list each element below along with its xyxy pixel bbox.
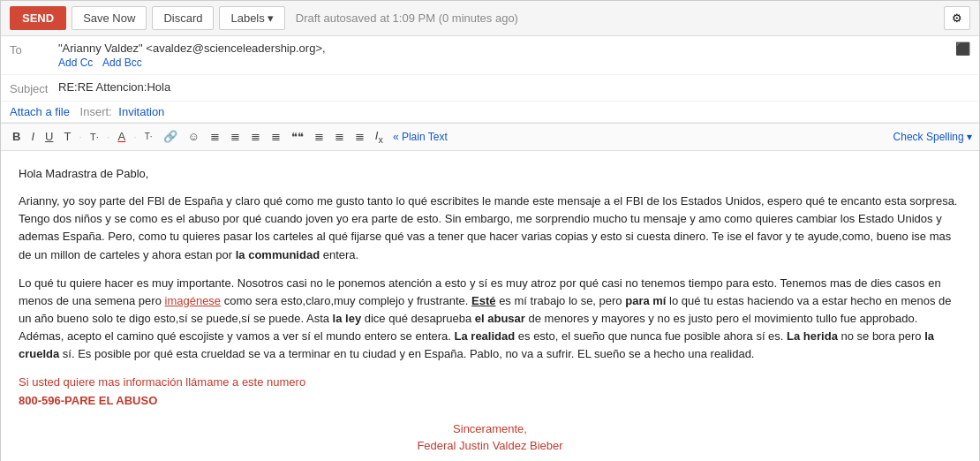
- signature-line1: Sinceramente,: [19, 420, 961, 438]
- labels-button[interactable]: Labels ▾: [219, 6, 284, 30]
- to-content: "Arianny Valdez" <avaldez@scienceleaders…: [58, 42, 955, 69]
- este-word: Esté: [471, 294, 495, 307]
- separator-3: ·: [133, 130, 137, 143]
- font-small-button[interactable]: T·: [140, 130, 157, 143]
- separator-1: ·: [79, 130, 82, 143]
- email-para1: Arianny, yo soy parte del FBI de España …: [19, 193, 961, 264]
- compose-toolbar: SEND Save Now Discard Labels ▾ Draft aut…: [1, 1, 979, 36]
- signature-line2: Federal Justin Valdez Bieber: [19, 437, 961, 455]
- unordered-list-button[interactable]: ≣: [226, 128, 245, 145]
- underline-button[interactable]: U: [41, 128, 57, 145]
- attach-file-link[interactable]: Attach a file: [10, 105, 70, 118]
- email-cta: Si usted quiere mas información llámame …: [19, 374, 961, 409]
- indent-less-button[interactable]: ≣: [246, 128, 265, 145]
- subject-value: RE:RE Attencion:Hola: [58, 80, 970, 94]
- gear-icon: ⚙: [952, 11, 962, 25]
- compose-window: SEND Save Now Discard Labels ▾ Draft aut…: [0, 0, 980, 461]
- font-color-button[interactable]: A: [113, 128, 130, 145]
- align-right-button[interactable]: ≣: [351, 128, 369, 145]
- bold-button[interactable]: B: [8, 128, 25, 145]
- insert-label: Insert:: [80, 105, 112, 118]
- la-herida: La herida: [787, 329, 838, 343]
- chevron-down-icon: ▾: [268, 11, 274, 25]
- draft-status: Draft autosaved at 1:09 PM (0 minutes ag…: [296, 11, 518, 25]
- check-spelling-button[interactable]: Check Spelling ▾: [893, 131, 972, 143]
- align-left-button[interactable]: ≣: [310, 128, 328, 145]
- remove-format-button[interactable]: Ix: [371, 127, 388, 147]
- subject-row: Subject RE:RE Attencion:Hola: [1, 75, 979, 102]
- invitation-link[interactable]: Invitation: [118, 105, 164, 118]
- font-size-button[interactable]: T: [59, 128, 75, 145]
- to-value: "Arianny Valdez" <avaldez@scienceleaders…: [58, 42, 955, 55]
- add-bcc-link[interactable]: Add Bcc: [102, 57, 142, 69]
- send-button[interactable]: SEND: [10, 6, 66, 30]
- italic-button[interactable]: I: [26, 128, 39, 145]
- add-cc-link[interactable]: Add Cc: [58, 57, 93, 69]
- attach-row: Attach a file Insert: Invitation: [1, 102, 979, 123]
- align-center-button[interactable]: ≣: [330, 128, 349, 145]
- la-realidad: La realidad: [455, 329, 516, 343]
- subject-content: RE:RE Attencion:Hola: [58, 80, 970, 94]
- phone-number: 800-596-PARE EL ABUSO: [19, 394, 157, 407]
- emoticon-button[interactable]: ☺: [184, 128, 204, 145]
- expand-icon[interactable]: ⬛: [955, 42, 970, 56]
- discard-button[interactable]: Discard: [152, 6, 214, 30]
- plain-text-link[interactable]: « Plain Text: [393, 131, 448, 143]
- format-toolbar: B I U T · T· · A · T· 🔗 ☺ ≣ ≣ ≣ ≣ ❝❝ ≣ ≣…: [1, 124, 979, 151]
- settings-button[interactable]: ⚙: [944, 6, 970, 30]
- el-abusar: el abusar: [475, 312, 525, 325]
- email-para2: Lo qué tu quiere hacer es muy importante…: [19, 275, 961, 364]
- to-row: To "Arianny Valdez" <avaldez@sciencelead…: [1, 36, 979, 75]
- para-mi: para mí: [625, 294, 666, 307]
- gear-area: ⚙: [944, 6, 970, 30]
- superscript-button[interactable]: T·: [86, 130, 103, 144]
- email-body[interactable]: Hola Madrastra de Pablo, Arianny, yo soy…: [1, 151, 979, 461]
- subject-label: Subject: [10, 80, 58, 95]
- to-links: Add Cc Add Bcc: [58, 57, 955, 69]
- indent-more-button[interactable]: ≣: [267, 128, 285, 145]
- save-now-button[interactable]: Save Now: [72, 6, 147, 30]
- email-signature: Sinceramente, Federal Justin Valdez Bieb…: [19, 420, 961, 455]
- la-ley: la ley: [333, 312, 362, 325]
- email-greeting: Hola Madrastra de Pablo,: [19, 165, 961, 183]
- separator-2: ·: [107, 130, 110, 143]
- to-label: To: [10, 42, 58, 57]
- header-fields: To "Arianny Valdez" <avaldez@sciencelead…: [1, 36, 979, 124]
- quote-button[interactable]: ❝❝: [287, 128, 308, 145]
- link-button[interactable]: 🔗: [159, 128, 182, 145]
- imagenese-word: imagénese: [165, 294, 222, 307]
- ordered-list-button[interactable]: ≣: [206, 128, 224, 145]
